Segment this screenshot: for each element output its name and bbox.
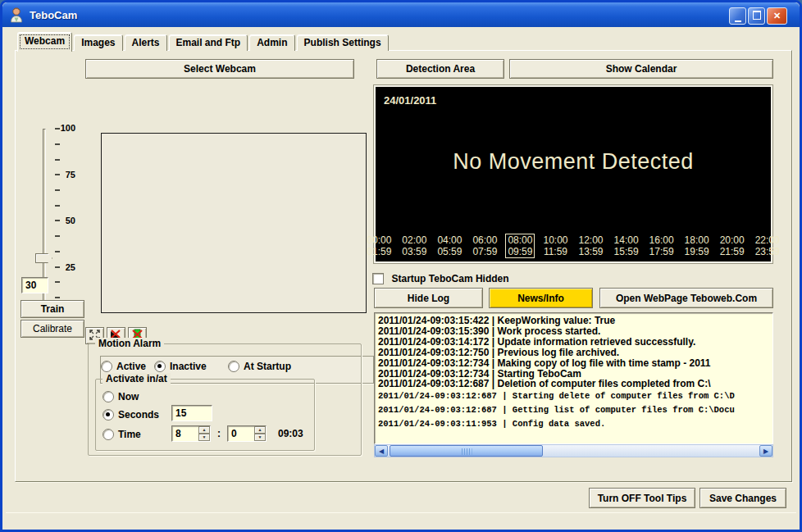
select-webcam-button[interactable]: Select Webcam xyxy=(85,59,354,79)
news-info-button[interactable]: News/Info xyxy=(489,288,593,308)
time-slot[interactable]: 02:0003:59 xyxy=(400,234,428,257)
tab-email-and-ftp[interactable]: Email and Ftp xyxy=(169,34,248,51)
minimize-button[interactable] xyxy=(729,7,746,25)
scroll-grip-icon xyxy=(461,448,472,455)
slider-labels: 1007550250 xyxy=(49,123,75,318)
activate-group: Activate in/at Now Seconds Time ▲▼ : xyxy=(95,379,315,451)
tab-webcam[interactable]: Webcam xyxy=(17,32,72,52)
tooltips-toggle-button[interactable]: Turn OFF Tool Tips xyxy=(589,488,695,508)
slider-tick-label: 75 xyxy=(49,170,75,180)
monitor-display: 24/01/2011 No Movement Detected 00:0001:… xyxy=(376,87,771,261)
open-webpage-button[interactable]: Open WebPage Teboweb.Com xyxy=(599,288,773,308)
app-window: TeboCam ✕ WebcamImagesAlertsEmail and Ft… xyxy=(0,0,802,532)
time-slot[interactable]: 18:0019:59 xyxy=(683,234,711,257)
calibrate-button[interactable]: Calibrate xyxy=(21,320,84,338)
minute-spinner[interactable]: ▲▼ xyxy=(227,425,267,442)
hide-log-button[interactable]: Hide Log xyxy=(374,288,483,308)
maximize-button[interactable] xyxy=(748,7,765,25)
train-button[interactable]: Train xyxy=(21,300,84,318)
tab-alerts[interactable]: Alerts xyxy=(125,34,167,51)
monitor-date: 24/01/2011 xyxy=(384,94,436,107)
startup-hidden-checkbox-row[interactable]: Startup TeboCam Hidden xyxy=(372,271,509,286)
motion-alarm-group: Motion Alarm Active Inactive At Startup … xyxy=(88,343,362,456)
log-horizontal-scrollbar[interactable]: ◀ ▶ xyxy=(374,444,773,457)
time-colon: : xyxy=(217,428,221,439)
radio-time[interactable]: Time xyxy=(103,427,141,442)
radio-inactive[interactable]: Inactive xyxy=(154,359,207,374)
radio-seconds-circle[interactable] xyxy=(103,409,114,421)
log-line: 2011/01/24-09:03:12:750 | Previous log f… xyxy=(378,348,772,358)
time-slot[interactable]: 14:0015:59 xyxy=(613,234,640,257)
log-line: 2011/01/24-09:03:12:687 | Getting list o… xyxy=(378,403,772,417)
tab-admin[interactable]: Admin xyxy=(249,34,294,51)
monitor-frame: 24/01/2011 No Movement Detected 00:0001:… xyxy=(373,84,773,264)
window-title: TeboCam xyxy=(30,9,77,21)
title-bar[interactable]: TeboCam ✕ xyxy=(2,2,800,27)
time-slot-grid: 00:0001:5902:0003:5904:0005:5906:0007:59… xyxy=(376,234,771,257)
radio-now[interactable]: Now xyxy=(103,389,139,404)
hour-spinner[interactable]: ▲▼ xyxy=(171,425,211,442)
radio-active[interactable]: Active xyxy=(101,359,146,374)
monitor-status: No Movement Detected xyxy=(376,149,771,175)
time-slot[interactable]: 04:0005:59 xyxy=(435,234,463,257)
motion-alarm-title: Motion Alarm xyxy=(95,338,164,349)
log-line: 2011/01/24-09:03:11:953 | Config data sa… xyxy=(378,417,772,431)
scroll-thumb[interactable] xyxy=(390,445,543,457)
slider-tick-label: 25 xyxy=(49,262,75,272)
time-slot[interactable]: 06:0007:59 xyxy=(471,234,499,257)
detection-area-button[interactable]: Detection Area xyxy=(376,59,504,79)
startup-hidden-label: Startup TeboCam Hidden xyxy=(391,273,508,284)
slider-tick-label: 50 xyxy=(49,216,75,225)
current-time-label: 09:03 xyxy=(278,428,303,439)
log-line: 2011/01/24-09:03:12:687 | Deletion of co… xyxy=(378,379,772,389)
activate-title: Activate in/at xyxy=(103,373,171,384)
tab-publish-settings[interactable]: Publish Settings xyxy=(297,34,389,51)
startup-hidden-checkbox[interactable] xyxy=(372,273,384,284)
scroll-left-arrow-icon[interactable]: ◀ xyxy=(375,445,388,457)
minute-down-icon[interactable]: ▼ xyxy=(254,434,266,441)
log-line: 2011/01/24-09:03:15:390 | Work process s… xyxy=(378,326,772,337)
radio-now-circle[interactable] xyxy=(103,391,114,402)
time-slot[interactable]: 20:0021:59 xyxy=(718,234,746,257)
time-slot[interactable]: 08:0009:59 xyxy=(506,234,534,257)
tab-images[interactable]: Images xyxy=(74,34,122,51)
close-button[interactable]: ✕ xyxy=(767,7,787,25)
radio-inactive-circle[interactable] xyxy=(154,361,166,372)
sensitivity-value-input[interactable] xyxy=(21,277,48,293)
log-line: 2011/01/24-09:03:14:172 | Update informa… xyxy=(378,337,772,348)
footer-divider xyxy=(6,512,796,513)
log-line: 2011/01/24-09:03:15:422 | KeepWorking va… xyxy=(378,316,772,326)
time-slot[interactable]: 10:0011:59 xyxy=(541,234,569,257)
time-slot[interactable]: 00:0001:59 xyxy=(365,234,393,257)
tab-strip: WebcamImagesAlertsEmail and FtpAdminPubl… xyxy=(17,32,389,51)
seconds-input[interactable] xyxy=(171,405,212,421)
webcam-preview-area xyxy=(101,133,367,313)
radio-at-startup-circle[interactable] xyxy=(228,361,239,372)
tebocam-person-icon xyxy=(8,7,25,23)
save-changes-button[interactable]: Save Changes xyxy=(699,488,786,508)
log-line: 2011/01/24-09:03:12:687 | Starting delet… xyxy=(378,389,772,403)
log-area[interactable]: 2011/01/24-09:03:15:422 | KeepWorking va… xyxy=(374,312,773,444)
slider-tick-label: 100 xyxy=(49,123,75,133)
radio-active-circle[interactable] xyxy=(101,361,112,372)
radio-time-circle[interactable] xyxy=(103,429,114,440)
hour-up-icon[interactable]: ▲ xyxy=(198,426,210,434)
log-line: 2011/01/24-09:03:12:734 | Making copy of… xyxy=(378,358,772,369)
webcam-tab-page: 1007550250 Select Webcam xyxy=(15,50,792,482)
time-slot[interactable]: 22:0023:59 xyxy=(754,234,781,257)
radio-at-startup[interactable]: At Startup xyxy=(228,359,291,374)
minute-up-icon[interactable]: ▲ xyxy=(254,426,266,434)
hour-down-icon[interactable]: ▼ xyxy=(198,434,210,441)
scroll-right-arrow-icon[interactable]: ▶ xyxy=(759,445,772,457)
time-slot[interactable]: 16:0017:59 xyxy=(648,234,676,257)
radio-seconds[interactable]: Seconds xyxy=(103,407,159,422)
time-slot[interactable]: 12:0013:59 xyxy=(577,234,605,257)
show-calendar-button[interactable]: Show Calendar xyxy=(509,59,773,79)
